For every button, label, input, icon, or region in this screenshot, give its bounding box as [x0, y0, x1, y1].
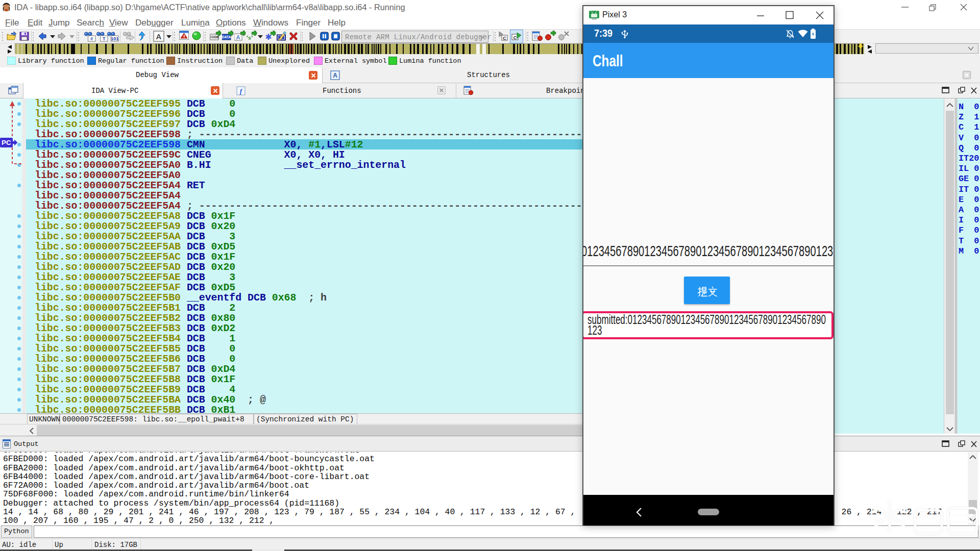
svg-text:C: C [513, 35, 517, 40]
svg-text:A: A [236, 34, 240, 40]
svg-text:T: T [103, 36, 106, 41]
svg-text:101: 101 [111, 36, 118, 41]
svg-text:A: A [156, 32, 162, 41]
svg-text:#: # [90, 36, 93, 41]
svg-text:A: A [333, 72, 337, 79]
svg-text:‘s’: ‘s’ [246, 34, 253, 41]
svg-text:C: C [503, 36, 506, 41]
svg-text:DATA: DATA [222, 35, 231, 39]
svg-text:CODE: CODE [210, 35, 219, 39]
